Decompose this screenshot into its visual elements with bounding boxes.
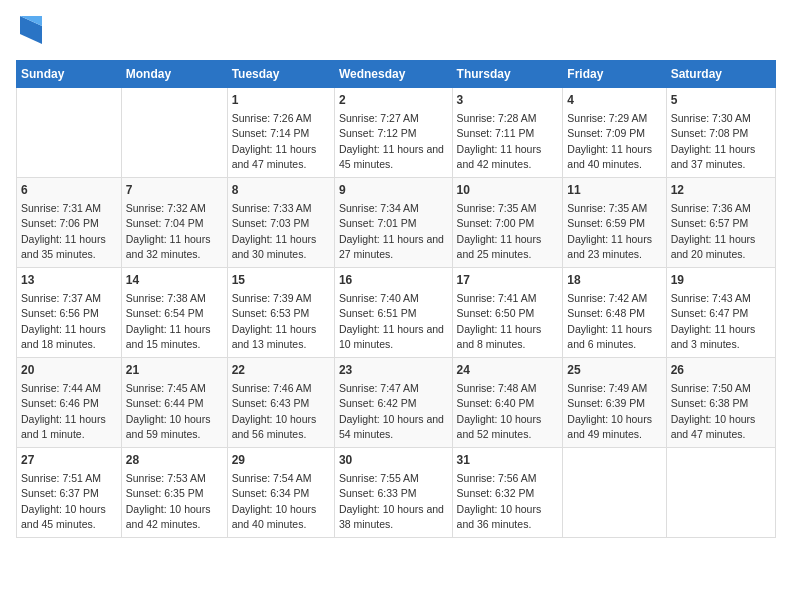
- day-number: 31: [457, 452, 559, 469]
- day-number: 4: [567, 92, 661, 109]
- weekday-header-wednesday: Wednesday: [334, 61, 452, 88]
- day-info: Sunrise: 7:46 AM Sunset: 6:43 PM Dayligh…: [232, 382, 317, 440]
- day-number: 11: [567, 182, 661, 199]
- logo: [16, 16, 42, 48]
- day-info: Sunrise: 7:45 AM Sunset: 6:44 PM Dayligh…: [126, 382, 211, 440]
- day-cell: 30Sunrise: 7:55 AM Sunset: 6:33 PM Dayli…: [334, 448, 452, 538]
- day-number: 9: [339, 182, 448, 199]
- day-number: 26: [671, 362, 771, 379]
- day-cell: 19Sunrise: 7:43 AM Sunset: 6:47 PM Dayli…: [666, 268, 775, 358]
- day-cell: 10Sunrise: 7:35 AM Sunset: 7:00 PM Dayli…: [452, 178, 563, 268]
- day-cell: 4Sunrise: 7:29 AM Sunset: 7:09 PM Daylig…: [563, 88, 666, 178]
- day-info: Sunrise: 7:34 AM Sunset: 7:01 PM Dayligh…: [339, 202, 444, 260]
- day-info: Sunrise: 7:41 AM Sunset: 6:50 PM Dayligh…: [457, 292, 542, 350]
- week-row-4: 20Sunrise: 7:44 AM Sunset: 6:46 PM Dayli…: [17, 358, 776, 448]
- day-number: 15: [232, 272, 330, 289]
- day-number: 28: [126, 452, 223, 469]
- day-cell: 6Sunrise: 7:31 AM Sunset: 7:06 PM Daylig…: [17, 178, 122, 268]
- day-cell: 12Sunrise: 7:36 AM Sunset: 6:57 PM Dayli…: [666, 178, 775, 268]
- day-number: 13: [21, 272, 117, 289]
- weekday-header-thursday: Thursday: [452, 61, 563, 88]
- day-number: 23: [339, 362, 448, 379]
- day-info: Sunrise: 7:32 AM Sunset: 7:04 PM Dayligh…: [126, 202, 211, 260]
- day-info: Sunrise: 7:42 AM Sunset: 6:48 PM Dayligh…: [567, 292, 652, 350]
- day-cell: 20Sunrise: 7:44 AM Sunset: 6:46 PM Dayli…: [17, 358, 122, 448]
- day-number: 2: [339, 92, 448, 109]
- day-info: Sunrise: 7:37 AM Sunset: 6:56 PM Dayligh…: [21, 292, 106, 350]
- day-info: Sunrise: 7:26 AM Sunset: 7:14 PM Dayligh…: [232, 112, 317, 170]
- day-info: Sunrise: 7:44 AM Sunset: 6:46 PM Dayligh…: [21, 382, 106, 440]
- day-cell: [17, 88, 122, 178]
- day-cell: 8Sunrise: 7:33 AM Sunset: 7:03 PM Daylig…: [227, 178, 334, 268]
- day-info: Sunrise: 7:49 AM Sunset: 6:39 PM Dayligh…: [567, 382, 652, 440]
- day-info: Sunrise: 7:39 AM Sunset: 6:53 PM Dayligh…: [232, 292, 317, 350]
- day-cell: [121, 88, 227, 178]
- day-number: 27: [21, 452, 117, 469]
- logo-icon: [20, 16, 42, 48]
- day-cell: 5Sunrise: 7:30 AM Sunset: 7:08 PM Daylig…: [666, 88, 775, 178]
- day-cell: 22Sunrise: 7:46 AM Sunset: 6:43 PM Dayli…: [227, 358, 334, 448]
- week-row-3: 13Sunrise: 7:37 AM Sunset: 6:56 PM Dayli…: [17, 268, 776, 358]
- day-info: Sunrise: 7:56 AM Sunset: 6:32 PM Dayligh…: [457, 472, 542, 530]
- week-row-1: 1Sunrise: 7:26 AM Sunset: 7:14 PM Daylig…: [17, 88, 776, 178]
- day-info: Sunrise: 7:48 AM Sunset: 6:40 PM Dayligh…: [457, 382, 542, 440]
- day-cell: 18Sunrise: 7:42 AM Sunset: 6:48 PM Dayli…: [563, 268, 666, 358]
- day-number: 20: [21, 362, 117, 379]
- day-number: 25: [567, 362, 661, 379]
- day-cell: 11Sunrise: 7:35 AM Sunset: 6:59 PM Dayli…: [563, 178, 666, 268]
- day-number: 17: [457, 272, 559, 289]
- day-cell: 16Sunrise: 7:40 AM Sunset: 6:51 PM Dayli…: [334, 268, 452, 358]
- day-cell: 15Sunrise: 7:39 AM Sunset: 6:53 PM Dayli…: [227, 268, 334, 358]
- day-cell: 24Sunrise: 7:48 AM Sunset: 6:40 PM Dayli…: [452, 358, 563, 448]
- day-cell: 31Sunrise: 7:56 AM Sunset: 6:32 PM Dayli…: [452, 448, 563, 538]
- day-cell: 25Sunrise: 7:49 AM Sunset: 6:39 PM Dayli…: [563, 358, 666, 448]
- header: [16, 16, 776, 48]
- day-number: 22: [232, 362, 330, 379]
- day-number: 5: [671, 92, 771, 109]
- weekday-header-sunday: Sunday: [17, 61, 122, 88]
- day-info: Sunrise: 7:33 AM Sunset: 7:03 PM Dayligh…: [232, 202, 317, 260]
- day-cell: 26Sunrise: 7:50 AM Sunset: 6:38 PM Dayli…: [666, 358, 775, 448]
- day-cell: 13Sunrise: 7:37 AM Sunset: 6:56 PM Dayli…: [17, 268, 122, 358]
- day-number: 16: [339, 272, 448, 289]
- day-info: Sunrise: 7:29 AM Sunset: 7:09 PM Dayligh…: [567, 112, 652, 170]
- day-info: Sunrise: 7:36 AM Sunset: 6:57 PM Dayligh…: [671, 202, 756, 260]
- day-cell: 17Sunrise: 7:41 AM Sunset: 6:50 PM Dayli…: [452, 268, 563, 358]
- day-cell: 27Sunrise: 7:51 AM Sunset: 6:37 PM Dayli…: [17, 448, 122, 538]
- day-info: Sunrise: 7:28 AM Sunset: 7:11 PM Dayligh…: [457, 112, 542, 170]
- day-cell: [563, 448, 666, 538]
- day-info: Sunrise: 7:35 AM Sunset: 7:00 PM Dayligh…: [457, 202, 542, 260]
- day-number: 6: [21, 182, 117, 199]
- day-info: Sunrise: 7:31 AM Sunset: 7:06 PM Dayligh…: [21, 202, 106, 260]
- day-info: Sunrise: 7:35 AM Sunset: 6:59 PM Dayligh…: [567, 202, 652, 260]
- weekday-header-row: SundayMondayTuesdayWednesdayThursdayFrid…: [17, 61, 776, 88]
- week-row-2: 6Sunrise: 7:31 AM Sunset: 7:06 PM Daylig…: [17, 178, 776, 268]
- day-cell: 29Sunrise: 7:54 AM Sunset: 6:34 PM Dayli…: [227, 448, 334, 538]
- day-number: 12: [671, 182, 771, 199]
- day-info: Sunrise: 7:27 AM Sunset: 7:12 PM Dayligh…: [339, 112, 444, 170]
- day-cell: 3Sunrise: 7:28 AM Sunset: 7:11 PM Daylig…: [452, 88, 563, 178]
- day-number: 8: [232, 182, 330, 199]
- day-info: Sunrise: 7:43 AM Sunset: 6:47 PM Dayligh…: [671, 292, 756, 350]
- day-cell: 23Sunrise: 7:47 AM Sunset: 6:42 PM Dayli…: [334, 358, 452, 448]
- day-number: 29: [232, 452, 330, 469]
- day-number: 7: [126, 182, 223, 199]
- day-info: Sunrise: 7:54 AM Sunset: 6:34 PM Dayligh…: [232, 472, 317, 530]
- weekday-header-saturday: Saturday: [666, 61, 775, 88]
- day-number: 14: [126, 272, 223, 289]
- day-number: 24: [457, 362, 559, 379]
- day-cell: 14Sunrise: 7:38 AM Sunset: 6:54 PM Dayli…: [121, 268, 227, 358]
- day-info: Sunrise: 7:51 AM Sunset: 6:37 PM Dayligh…: [21, 472, 106, 530]
- day-info: Sunrise: 7:47 AM Sunset: 6:42 PM Dayligh…: [339, 382, 444, 440]
- weekday-header-monday: Monday: [121, 61, 227, 88]
- day-cell: 28Sunrise: 7:53 AM Sunset: 6:35 PM Dayli…: [121, 448, 227, 538]
- day-cell: [666, 448, 775, 538]
- day-info: Sunrise: 7:38 AM Sunset: 6:54 PM Dayligh…: [126, 292, 211, 350]
- day-number: 3: [457, 92, 559, 109]
- calendar-table: SundayMondayTuesdayWednesdayThursdayFrid…: [16, 60, 776, 538]
- day-info: Sunrise: 7:30 AM Sunset: 7:08 PM Dayligh…: [671, 112, 756, 170]
- day-cell: 7Sunrise: 7:32 AM Sunset: 7:04 PM Daylig…: [121, 178, 227, 268]
- day-cell: 9Sunrise: 7:34 AM Sunset: 7:01 PM Daylig…: [334, 178, 452, 268]
- week-row-5: 27Sunrise: 7:51 AM Sunset: 6:37 PM Dayli…: [17, 448, 776, 538]
- day-cell: 21Sunrise: 7:45 AM Sunset: 6:44 PM Dayli…: [121, 358, 227, 448]
